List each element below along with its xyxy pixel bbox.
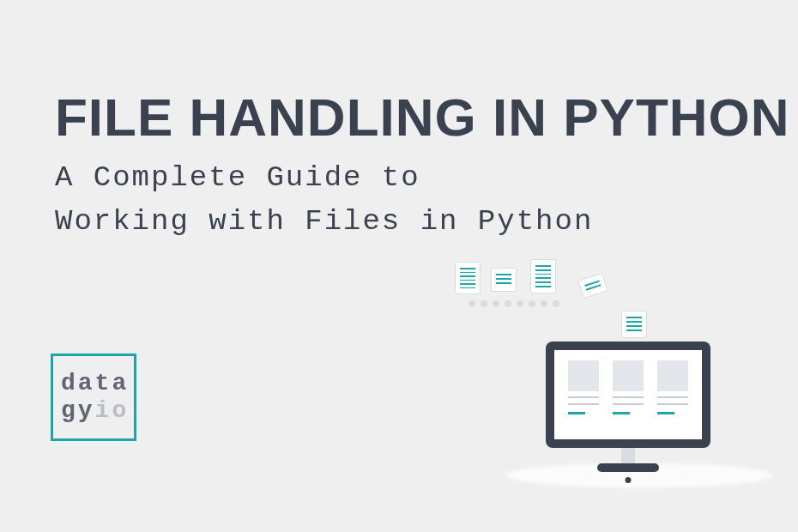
monitor-frame	[546, 342, 710, 448]
logo-text-line2: gyio	[61, 397, 134, 425]
document-icon	[455, 262, 481, 294]
monitor-stand-neck	[621, 448, 635, 463]
page-subtitle: A Complete Guide to Working with Files i…	[55, 156, 593, 244]
page-title: FILE HANDLING IN PYTHON	[55, 91, 790, 144]
progress-dots	[469, 300, 559, 307]
document-icon	[530, 259, 556, 293]
subtitle-line-2: Working with Files in Python	[55, 200, 593, 244]
computer-illustration	[446, 257, 772, 498]
screen-card	[657, 360, 688, 414]
computer-monitor-icon	[546, 342, 710, 472]
screen-card	[613, 360, 644, 414]
subtitle-line-1: A Complete Guide to	[55, 156, 593, 200]
monitor-stand-base	[597, 463, 659, 472]
monitor-screen	[554, 350, 702, 439]
document-icon	[491, 268, 517, 292]
document-icon	[577, 273, 608, 299]
logo: data gyio	[51, 354, 136, 441]
document-icon	[621, 311, 647, 338]
screen-card	[568, 360, 599, 414]
logo-text-line1: data	[61, 370, 134, 397]
power-indicator-icon	[626, 477, 632, 483]
